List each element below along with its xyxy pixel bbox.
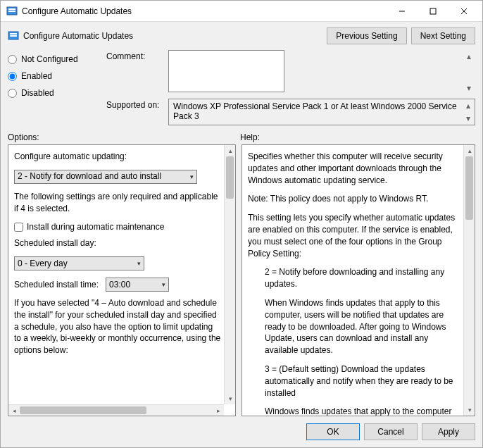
close-button[interactable] [448,1,479,21]
chevron-down-icon: ▾ [137,259,141,268]
help-text: Specifies whether this computer will rec… [248,151,460,186]
dropdown-value: 2 - Notify for download and auto install [18,170,194,182]
supported-on-text: Windows XP Professional Service Pack 1 o… [173,101,457,121]
next-setting-button[interactable]: Next Setting [411,27,475,44]
help-text: When Windows finds updates that apply to… [248,297,460,356]
scroll-up-icon[interactable]: ▴ [464,51,474,61]
help-text: Note: This policy does not apply to Wind… [248,193,460,205]
options-panel: Configure automatic updating: 2 - Notify… [8,144,236,416]
scroll-down-icon[interactable]: ▾ [225,393,236,404]
supported-on-label: Supported on: [106,99,163,110]
radio-disabled-input[interactable] [8,89,17,98]
previous-setting-button[interactable]: Previous Setting [327,27,406,44]
ok-button[interactable]: OK [306,423,360,440]
help-panel: Specifies whether this computer will rec… [242,144,475,416]
checkbox-label: Install during automatic maintenance [27,221,164,233]
radio-label: Enabled [21,71,52,81]
minimize-button[interactable] [387,1,418,21]
radio-not-configured[interactable]: Not Configured [8,54,99,64]
scroll-up-icon[interactable]: ▴ [463,101,473,111]
titlebar: Configure Automatic Updates [1,1,482,22]
svg-rect-1 [8,8,15,10]
vertical-scrollbar[interactable]: ▴ ▾ [224,145,235,404]
scheduled-time-dropdown[interactable]: 03:00 ▾ [106,278,169,292]
options-required-note: The following settings are only required… [14,191,221,215]
help-text: 2 = Notify before downloading and instal… [248,266,460,290]
chevron-down-icon: ▾ [162,280,165,290]
apply-button[interactable]: Apply [422,423,475,440]
svg-rect-9 [10,35,17,37]
dialog-window: Configure Automatic Updates Configure Au… [0,0,483,448]
radio-enabled-input[interactable] [8,72,17,81]
scroll-down-icon[interactable]: ▾ [464,404,475,416]
help-text: This setting lets you specify whether au… [248,212,460,259]
chevron-down-icon: ▾ [190,173,194,182]
scroll-right-icon[interactable]: ▸ [213,405,224,416]
options-section-label: Options: [8,132,240,142]
help-section-label: Help: [240,132,260,142]
scroll-up-icon[interactable]: ▴ [225,145,236,156]
scroll-down-icon[interactable]: ▾ [464,83,474,93]
maximize-button[interactable] [418,1,448,21]
svg-rect-2 [8,11,15,12]
comment-textarea[interactable] [168,50,284,92]
configure-updating-label: Configure automatic updating: [14,151,221,163]
scrollbar-thumb[interactable] [20,406,146,414]
supported-on-box: Windows XP Professional Service Pack 1 o… [168,99,475,125]
dialog-buttons: OK Cancel Apply [1,416,482,447]
radio-disabled[interactable]: Disabled [8,88,99,98]
dropdown-value: 03:00 [109,279,165,291]
configure-updating-dropdown[interactable]: 2 - Notify for download and auto install… [14,170,197,184]
install-maintenance-checkbox[interactable] [14,223,23,232]
install-maintenance-checkbox-row[interactable]: Install during automatic maintenance [14,221,221,233]
scroll-left-icon[interactable]: ◂ [8,405,20,416]
radio-label: Not Configured [21,54,78,64]
app-icon [6,6,18,17]
dropdown-value: 0 - Every day [18,258,141,270]
radio-enabled[interactable]: Enabled [8,71,99,81]
header-row: Configure Automatic Updates Previous Set… [1,22,482,50]
vertical-scrollbar[interactable]: ▴ ▾ [463,145,475,416]
scheduled-day-dropdown[interactable]: 0 - Every day ▾ [14,256,144,270]
policy-title: Configure Automatic Updates [23,31,322,41]
scrollbar-thumb[interactable] [226,156,234,199]
window-title: Configure Automatic Updates [22,6,387,16]
help-text: Windows finds updates that apply to the … [248,406,460,416]
scheduled-day-label: Scheduled install day: [14,237,221,249]
options-schedule-note: If you have selected "4 – Auto download … [14,297,221,356]
horizontal-scrollbar[interactable]: ◂ ▸ [8,404,224,416]
policy-icon [8,30,19,42]
state-radio-group: Not Configured Enabled Disabled [8,50,99,125]
scroll-up-icon[interactable]: ▴ [464,145,475,156]
scrollbar-thumb[interactable] [465,156,473,220]
cancel-button[interactable]: Cancel [364,423,418,440]
scroll-down-icon[interactable]: ▾ [463,113,473,123]
comment-label: Comment: [106,50,163,61]
scheduled-time-label: Scheduled install time: [14,279,99,291]
radio-not-configured-input[interactable] [8,55,17,64]
svg-rect-4 [430,8,436,14]
radio-label: Disabled [21,88,54,98]
svg-rect-8 [10,33,17,35]
help-text: 3 = (Default setting) Download the updat… [248,363,460,399]
